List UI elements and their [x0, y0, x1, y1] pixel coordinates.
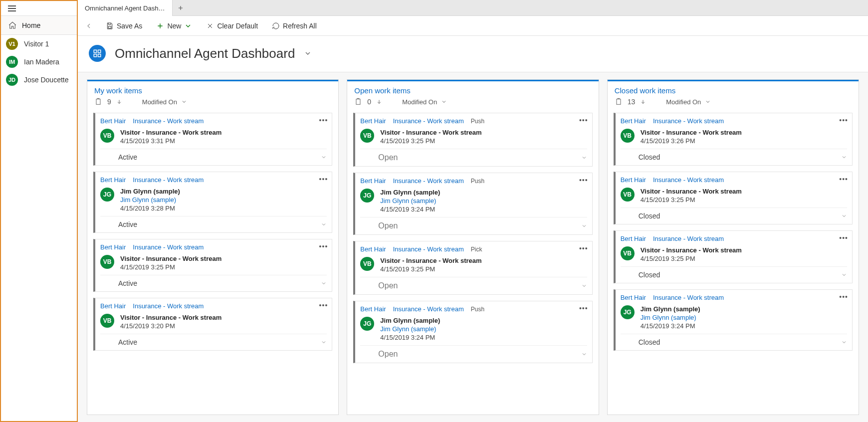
column-sort[interactable]: Modified On: [402, 98, 447, 106]
card-timestamp: 4/15/2019 3:26 PM: [641, 137, 742, 145]
page-title: Omnichannel Agent Dashboard: [115, 46, 295, 61]
card-menu[interactable]: •••: [579, 304, 588, 312]
svg-rect-4: [98, 54, 101, 57]
work-item-card[interactable]: ••• Bert Hair Insurance - Work stream JG…: [614, 289, 853, 351]
card-subject: Visitor - Insurance - Work stream: [380, 129, 481, 136]
card-stream[interactable]: Insurance - Work stream: [393, 305, 464, 313]
card-menu[interactable]: •••: [839, 116, 848, 124]
card-stream[interactable]: Insurance - Work stream: [653, 176, 724, 184]
work-item-card[interactable]: ••• Bert Hair Insurance - Work stream JG…: [93, 172, 332, 233]
avatar: JG: [621, 305, 635, 319]
card-stream[interactable]: Insurance - Work stream: [393, 245, 464, 253]
work-item-card[interactable]: ••• Bert Hair Insurance - Work stream VB…: [93, 298, 332, 351]
card-assignee[interactable]: Bert Hair: [100, 243, 126, 251]
page-title-dropdown[interactable]: [304, 49, 312, 57]
card-body: JG Jim Glynn (sample) Jim Glynn (sample)…: [360, 313, 587, 345]
card-assignee[interactable]: Bert Hair: [360, 177, 386, 185]
new-button[interactable]: New: [153, 20, 195, 32]
card-menu[interactable]: •••: [579, 116, 588, 124]
column-sort[interactable]: Modified On: [142, 98, 187, 106]
back-button[interactable]: [83, 20, 95, 32]
card-menu[interactable]: •••: [579, 244, 588, 252]
work-item-card[interactable]: ••• Bert Hair Insurance - Work stream VB…: [614, 113, 853, 166]
work-item-card[interactable]: ••• Bert Hair Insurance - Work stream Pi…: [353, 241, 592, 295]
card-stream[interactable]: Insurance - Work stream: [653, 294, 724, 301]
card-footer[interactable]: Active: [100, 275, 327, 291]
card-assignee[interactable]: Bert Hair: [621, 235, 646, 242]
card-status: Open: [378, 221, 398, 230]
card-stream[interactable]: Insurance - Work stream: [133, 176, 204, 184]
card-footer[interactable]: Active: [100, 216, 327, 232]
card-menu[interactable]: •••: [319, 242, 328, 250]
card-footer[interactable]: Active: [100, 149, 327, 165]
work-item-card[interactable]: ••• Bert Hair Insurance - Work stream Pu…: [353, 301, 592, 363]
card-subject: Jim Glynn (sample): [120, 188, 180, 195]
card-stream[interactable]: Insurance - Work stream: [393, 117, 464, 125]
card-assignee[interactable]: Bert Hair: [100, 117, 126, 125]
card-footer[interactable]: Closed: [621, 334, 847, 350]
column-sort[interactable]: Modified On: [666, 98, 711, 106]
card-assignee[interactable]: Bert Hair: [621, 117, 646, 125]
main-area: Omnichannel Agent Dashbo... Save As New: [78, 0, 868, 422]
card-assignee[interactable]: Bert Hair: [100, 302, 126, 310]
new-tab-button[interactable]: [173, 0, 189, 15]
card-link[interactable]: Jim Glynn (sample): [641, 314, 700, 321]
avatar: VB: [621, 188, 635, 202]
tab-dashboard[interactable]: Omnichannel Agent Dashbo...: [78, 0, 173, 16]
card-badge: Push: [471, 306, 484, 313]
card-footer[interactable]: Open: [360, 345, 587, 363]
hamburger-icon[interactable]: [8, 4, 17, 13]
avatar: VB: [360, 129, 374, 143]
card-link[interactable]: Jim Glynn (sample): [380, 197, 440, 205]
card-menu[interactable]: •••: [319, 116, 328, 124]
work-item-card[interactable]: ••• Bert Hair Insurance - Work stream Pu…: [353, 173, 592, 235]
card-timestamp: 4/15/2019 3:24 PM: [380, 206, 440, 213]
work-item-card[interactable]: ••• Bert Hair Insurance - Work stream Pu…: [353, 113, 592, 167]
card-menu[interactable]: •••: [319, 175, 328, 183]
card-stream[interactable]: Insurance - Work stream: [133, 117, 204, 125]
chevron-down-icon: [321, 154, 327, 160]
sidebar-item[interactable]: IM Ian Madera: [1, 53, 77, 71]
card-stream[interactable]: Insurance - Work stream: [653, 235, 724, 242]
card-assignee[interactable]: Bert Hair: [100, 176, 126, 184]
sidebar-home[interactable]: Home: [1, 16, 77, 35]
card-assignee[interactable]: Bert Hair: [621, 294, 646, 301]
card-assignee[interactable]: Bert Hair: [360, 117, 386, 125]
sidebar: Home V1 Visitor 1 IM Ian Madera JD Jose …: [0, 0, 78, 422]
card-lines: Visitor - Insurance - Work stream 4/15/2…: [120, 314, 221, 330]
card-menu[interactable]: •••: [579, 176, 588, 184]
card-footer[interactable]: Closed: [621, 266, 847, 283]
card-stream[interactable]: Insurance - Work stream: [393, 177, 464, 185]
card-menu[interactable]: •••: [319, 301, 328, 309]
sidebar-item[interactable]: JD Jose Doucette: [1, 71, 77, 89]
card-menu[interactable]: •••: [839, 234, 848, 242]
svg-rect-6: [356, 99, 360, 105]
card-footer[interactable]: Open: [360, 149, 587, 166]
card-menu[interactable]: •••: [839, 293, 848, 301]
card-footer[interactable]: Closed: [621, 149, 847, 165]
page-header: Omnichannel Agent Dashboard: [78, 36, 868, 72]
card-assignee[interactable]: Bert Hair: [621, 176, 646, 184]
card-stream[interactable]: Insurance - Work stream: [653, 117, 724, 125]
work-item-card[interactable]: ••• Bert Hair Insurance - Work stream VB…: [614, 172, 853, 224]
card-link[interactable]: Jim Glynn (sample): [380, 325, 440, 333]
column-body: ••• Bert Hair Insurance - Work stream Pu…: [347, 111, 598, 415]
work-item-card[interactable]: ••• Bert Hair Insurance - Work stream VB…: [93, 239, 332, 292]
card-stream[interactable]: Insurance - Work stream: [133, 243, 204, 251]
work-item-card[interactable]: ••• Bert Hair Insurance - Work stream VB…: [614, 230, 853, 283]
save-as-button[interactable]: Save As: [103, 20, 145, 32]
card-menu[interactable]: •••: [839, 175, 848, 183]
clear-default-button[interactable]: Clear Default: [203, 20, 261, 32]
card-assignee[interactable]: Bert Hair: [360, 245, 386, 253]
card-stream[interactable]: Insurance - Work stream: [133, 302, 204, 310]
refresh-all-button[interactable]: Refresh All: [269, 20, 320, 32]
card-footer[interactable]: Open: [360, 277, 587, 294]
clipboard-icon: [354, 98, 362, 106]
card-footer[interactable]: Active: [100, 334, 327, 350]
card-assignee[interactable]: Bert Hair: [360, 305, 386, 313]
card-footer[interactable]: Closed: [621, 208, 847, 224]
work-item-card[interactable]: ••• Bert Hair Insurance - Work stream VB…: [93, 113, 332, 166]
sidebar-item[interactable]: V1 Visitor 1: [1, 35, 77, 53]
card-footer[interactable]: Open: [360, 217, 587, 234]
card-link[interactable]: Jim Glynn (sample): [120, 196, 180, 204]
